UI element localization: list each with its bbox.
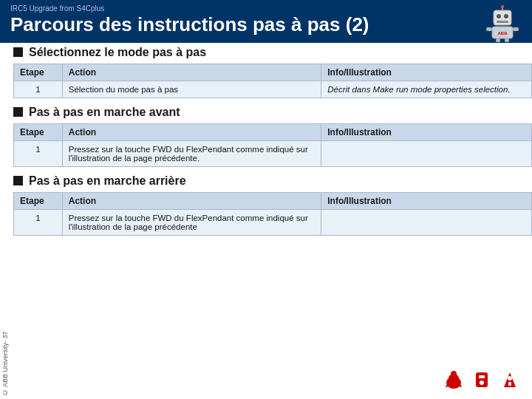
section2-table: Etape Action Info/Illustration 1 Pressez… <box>13 123 532 167</box>
info-cell <box>321 140 532 166</box>
section2-title: Pas à pas en marche avant <box>29 106 180 119</box>
svg-point-2 <box>504 14 508 18</box>
section3-table: Etape Action Info/Illustration 1 Pressez… <box>13 192 532 236</box>
svg-point-1 <box>497 14 501 18</box>
svg-point-20 <box>508 376 512 381</box>
col-etape-2: Etape <box>14 123 63 140</box>
page-wrapper: IRC5 Upgrade from S4Cplus Parcours des i… <box>0 0 532 399</box>
svg-text:ABB: ABB <box>498 31 508 35</box>
bullet-icon-3 <box>13 176 23 185</box>
etape-cell: 1 <box>14 209 63 235</box>
action-cell: Pressez sur la touche FWD du FlexPendant… <box>62 209 321 235</box>
footer-icon-2 <box>470 368 494 392</box>
col-info-3: Info/Illustration <box>321 192 532 209</box>
info-cell: Décrit dans Make run mode properties sel… <box>321 81 532 98</box>
col-info-2: Info/Illustration <box>321 123 532 140</box>
svg-rect-8 <box>513 27 519 31</box>
header: IRC5 Upgrade from S4Cplus Parcours des i… <box>0 0 532 43</box>
svg-rect-18 <box>479 375 485 378</box>
footer-icon-1 <box>442 368 466 392</box>
footer-icons <box>442 368 522 392</box>
section1-heading: Sélectionnez le mode pas à pas <box>13 46 532 59</box>
bullet-icon-1 <box>13 47 23 57</box>
svg-rect-10 <box>505 38 509 42</box>
action-cell: Pressez sur la touche FWD du FlexPendant… <box>62 140 321 166</box>
svg-rect-21 <box>508 382 511 386</box>
col-action-1: Action <box>62 64 321 81</box>
section3-heading: Pas à pas en marche arrière <box>13 174 532 188</box>
svg-point-14 <box>451 371 457 377</box>
table-row: 1 Sélection du mode pas à pas Décrit dan… <box>14 81 532 98</box>
header-title: Parcours des instructions pas à pas (2) <box>10 14 522 35</box>
svg-rect-7 <box>486 27 492 31</box>
col-etape-1: Etape <box>14 64 63 81</box>
footer-icon-3 <box>498 368 522 392</box>
robot-icon: ABB <box>483 4 522 43</box>
col-info-1: Info/Illustration <box>321 64 532 81</box>
svg-point-5 <box>501 5 504 8</box>
svg-point-19 <box>480 381 484 385</box>
svg-rect-3 <box>497 21 508 23</box>
main-content: Sélectionnez le mode pas à pas Etape Act… <box>0 46 532 236</box>
section2-heading: Pas à pas en marche avant <box>13 106 532 119</box>
bullet-icon-2 <box>13 107 23 117</box>
etape-cell: 1 <box>14 81 63 98</box>
col-action-2: Action <box>62 123 321 140</box>
header-subtitle: IRC5 Upgrade from S4Cplus <box>10 4 522 13</box>
info-cell <box>321 209 532 235</box>
table-row: 1 Pressez sur la touche FWD du FlexPenda… <box>14 140 532 166</box>
section1-title: Sélectionnez le mode pas à pas <box>29 46 206 59</box>
col-etape-3: Etape <box>14 192 63 209</box>
abb-university-label: © ABB University- 37 <box>0 251 10 399</box>
section1-table: Etape Action Info/Illustration 1 Sélecti… <box>13 64 532 98</box>
table-row: 1 Pressez sur la touche FWD du FlexPenda… <box>14 209 532 235</box>
action-cell: Sélection du mode pas à pas <box>62 81 321 98</box>
section3-title: Pas à pas en marche arrière <box>29 174 186 188</box>
col-action-3: Action <box>62 192 321 209</box>
etape-cell: 1 <box>14 140 63 166</box>
svg-rect-9 <box>496 38 500 42</box>
